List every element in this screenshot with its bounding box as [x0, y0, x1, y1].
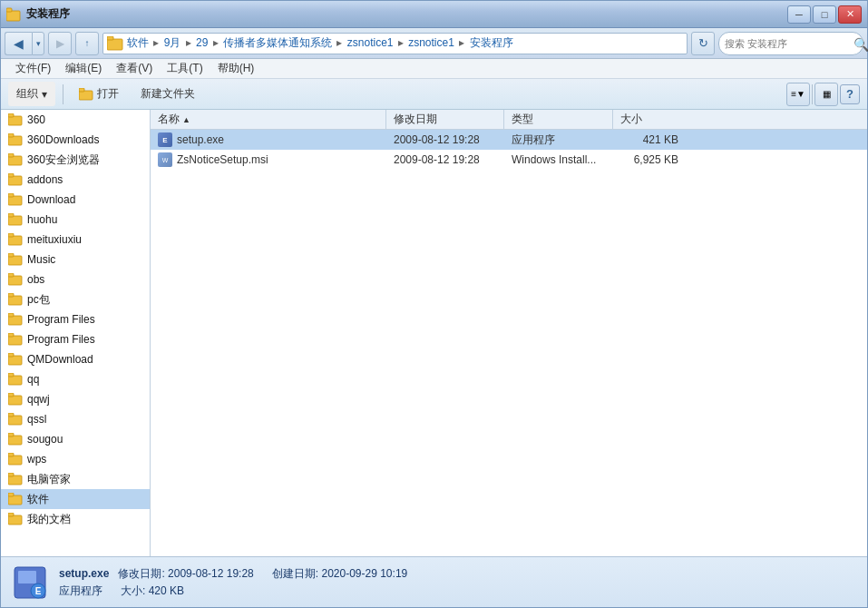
svg-rect-22: [8, 276, 22, 285]
title-bar-left: 安装程序: [6, 6, 70, 22]
sidebar: 360 360Downloads 360安全浏览器: [1, 110, 151, 556]
col-header-type[interactable]: 类型: [504, 110, 613, 129]
table-row[interactable]: W ZsNoticeSetup.msi 2009-08-12 19:28 Win…: [151, 150, 867, 170]
sidebar-item-pcguard[interactable]: 电脑管家: [1, 469, 150, 489]
title-buttons: ─ □ ✕: [787, 5, 862, 24]
col-header-name[interactable]: 名称 ▲: [151, 110, 386, 129]
status-filename-line: setup.exe 修改日期: 2009-08-12 19:28 创建日期: 2…: [59, 566, 407, 582]
sidebar-item-programfiles2[interactable]: Program Files: [1, 329, 150, 349]
sidebar-item-qq[interactable]: qq: [1, 369, 150, 389]
new-folder-button[interactable]: 新建文件夹: [132, 82, 203, 107]
forward-button[interactable]: ▶: [48, 32, 72, 55]
breadcrumb-item-9month[interactable]: 9月: [164, 36, 181, 49]
svg-rect-21: [8, 253, 14, 257]
svg-rect-31: [8, 353, 14, 357]
breadcrumb-item-system[interactable]: 传播者多媒体通知系统: [223, 36, 332, 49]
menu-help[interactable]: 帮助(H): [210, 59, 262, 78]
breadcrumb-item-29[interactable]: 29: [196, 36, 208, 49]
open-button[interactable]: 打开: [71, 82, 127, 107]
open-label: 打开: [97, 86, 119, 102]
toolbar: 组织 ▾ 打开 新建文件夹 ≡▼ ▦ ?: [1, 79, 867, 110]
svg-rect-32: [8, 376, 22, 385]
sidebar-item-wps[interactable]: wps: [1, 449, 150, 469]
folder-icon-meituxiuxiu: [8, 233, 23, 246]
refresh-button[interactable]: ↻: [691, 32, 715, 55]
svg-rect-19: [8, 233, 14, 237]
close-button[interactable]: ✕: [838, 5, 862, 24]
breadcrumb-item-installer[interactable]: 安装程序: [470, 36, 513, 49]
col-header-date[interactable]: 修改日期: [386, 110, 504, 129]
organize-button[interactable]: 组织 ▾: [8, 82, 55, 106]
svg-rect-17: [8, 213, 14, 217]
address-bar-area: ◀ ▾ ▶ ↑ 软件 ▸ 9月 ▸ 29 ▸ 传播者多媒体通知系统 ▸ zsno…: [1, 28, 867, 59]
breadcrumb[interactable]: 软件 ▸ 9月 ▸ 29 ▸ 传播者多媒体通知系统 ▸ zsnotice1 ▸ …: [102, 33, 688, 54]
svg-rect-0: [6, 11, 20, 21]
folder-icon-download: [8, 193, 23, 206]
sidebar-item-pcbao[interactable]: pc包: [1, 289, 150, 309]
sidebar-item-huohu[interactable]: huohu: [1, 210, 150, 230]
svg-rect-33: [8, 373, 14, 377]
folder-icon-software: [8, 493, 23, 505]
back-button[interactable]: ◀: [5, 32, 32, 55]
breadcrumb-folder-icon: [107, 36, 123, 51]
col-header-size[interactable]: 大小: [613, 110, 686, 129]
view-sep: [812, 84, 813, 104]
table-row[interactable]: E setup.exe 2009-08-12 19:28 应用程序 421 KB: [151, 130, 867, 150]
sidebar-item-software[interactable]: 软件: [1, 489, 150, 509]
svg-rect-3: [107, 36, 113, 40]
sidebar-label-wps: wps: [27, 453, 46, 466]
sidebar-item-addons[interactable]: addons: [1, 170, 150, 190]
svg-rect-38: [8, 436, 22, 445]
view-details-button[interactable]: ▦: [814, 83, 838, 106]
folder-icon-addons: [8, 173, 23, 186]
up-button[interactable]: ↑: [75, 32, 99, 55]
sidebar-item-meituxiuxiu[interactable]: meituxiuxiu: [1, 230, 150, 250]
help-button[interactable]: ?: [840, 84, 860, 104]
sidebar-item-programfiles1[interactable]: Program Files: [1, 309, 150, 329]
sidebar-item-qssl[interactable]: qssl: [1, 409, 150, 429]
main-content: 360 360Downloads 360安全浏览器: [1, 110, 867, 556]
status-info: setup.exe 修改日期: 2009-08-12 19:28 创建日期: 2…: [59, 566, 407, 599]
menu-edit[interactable]: 编辑(E): [58, 59, 109, 78]
sidebar-item-360browser[interactable]: 360安全浏览器: [1, 150, 150, 170]
menu-view[interactable]: 查看(V): [109, 59, 160, 78]
sidebar-item-360downloads[interactable]: 360Downloads: [1, 130, 150, 150]
folder-icon-obs: [8, 273, 23, 286]
search-area[interactable]: 🔍: [718, 32, 863, 55]
folder-icon-pcguard: [8, 473, 23, 485]
maximize-button[interactable]: □: [813, 5, 836, 24]
msi-file-icon: W: [158, 152, 172, 167]
sidebar-label-download: Download: [27, 193, 75, 206]
sidebar-item-mydocs[interactable]: 我的文档: [1, 509, 150, 529]
sidebar-item-obs[interactable]: obs: [1, 270, 150, 289]
sidebar-item-360[interactable]: 360: [1, 110, 150, 130]
svg-rect-12: [8, 176, 22, 185]
sidebar-item-music[interactable]: Music: [1, 250, 150, 270]
exe-file-icon: E: [158, 132, 172, 147]
sidebar-item-download[interactable]: Download: [1, 190, 150, 210]
svg-rect-8: [8, 136, 22, 145]
folder-icon-360: [8, 113, 23, 126]
breadcrumb-item-software[interactable]: 软件: [127, 36, 149, 49]
sidebar-item-qqwj[interactable]: qqwj: [1, 389, 150, 409]
svg-rect-5: [79, 88, 84, 92]
svg-rect-39: [8, 433, 14, 436]
view-list-button[interactable]: ≡▼: [786, 83, 810, 106]
breadcrumb-path: 软件 ▸ 9月 ▸ 29 ▸ 传播者多媒体通知系统 ▸ zsnotice1 ▸ …: [127, 35, 513, 51]
svg-rect-14: [8, 196, 22, 205]
title-bar: 安装程序 ─ □ ✕: [1, 1, 867, 28]
svg-rect-26: [8, 316, 22, 325]
menu-tools[interactable]: 工具(T): [160, 59, 210, 78]
breadcrumb-item-zsnotice1b[interactable]: zsnotice1: [408, 36, 454, 49]
search-input[interactable]: [725, 38, 850, 49]
menu-file[interactable]: 文件(F): [8, 59, 58, 78]
nav-group: ◀ ▾: [5, 32, 44, 55]
folder-icon-programfiles1: [8, 313, 23, 326]
sidebar-item-qmdownload[interactable]: QMDownload: [1, 349, 150, 369]
breadcrumb-item-zsnotice1a[interactable]: zsnotice1: [347, 36, 394, 49]
minimize-button[interactable]: ─: [787, 5, 811, 24]
back-dropdown-button[interactable]: ▾: [32, 32, 44, 55]
folder-icon-qqwj: [8, 393, 23, 406]
sidebar-item-sougou[interactable]: sougou: [1, 429, 150, 449]
svg-rect-40: [8, 456, 22, 465]
